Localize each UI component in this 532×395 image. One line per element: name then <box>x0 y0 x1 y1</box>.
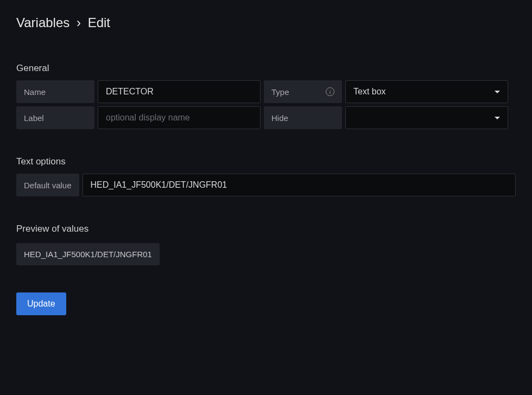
text-options-row: Default value <box>16 174 516 196</box>
general-row-2: Label Hide <box>16 106 516 129</box>
info-icon[interactable]: i <box>326 87 334 96</box>
type-label: Type i <box>264 80 342 103</box>
general-section-title: General <box>16 63 516 74</box>
preview-value-chip: HED_IA1_JF500K1/DET/JNGFR01 <box>16 243 160 265</box>
general-row-1: Name Type i Text box <box>16 80 516 103</box>
label-label: Label <box>16 106 94 129</box>
chevron-down-icon <box>495 91 500 93</box>
hide-select[interactable] <box>345 106 508 129</box>
preview-section-title: Preview of values <box>16 224 516 234</box>
chevron-down-icon <box>495 117 500 119</box>
name-label: Name <box>16 80 94 103</box>
default-value-input[interactable] <box>83 174 516 196</box>
default-value-label: Default value <box>16 174 79 196</box>
type-select-value: Text box <box>353 87 386 97</box>
text-options-section-title: Text options <box>16 156 516 167</box>
type-label-text: Type <box>271 87 289 97</box>
breadcrumb: Variables › Edit <box>16 15 516 30</box>
update-button[interactable]: Update <box>16 292 66 315</box>
label-input[interactable] <box>98 106 261 129</box>
breadcrumb-separator: › <box>77 15 81 30</box>
name-input[interactable] <box>98 80 261 103</box>
hide-label: Hide <box>264 106 342 129</box>
general-form: Name Type i Text box Label Hide <box>16 80 516 129</box>
breadcrumb-parent[interactable]: Variables <box>16 15 69 30</box>
preview-section: Preview of values HED_IA1_JF500K1/DET/JN… <box>16 224 516 265</box>
breadcrumb-current: Edit <box>88 15 110 30</box>
type-select[interactable]: Text box <box>345 80 508 103</box>
